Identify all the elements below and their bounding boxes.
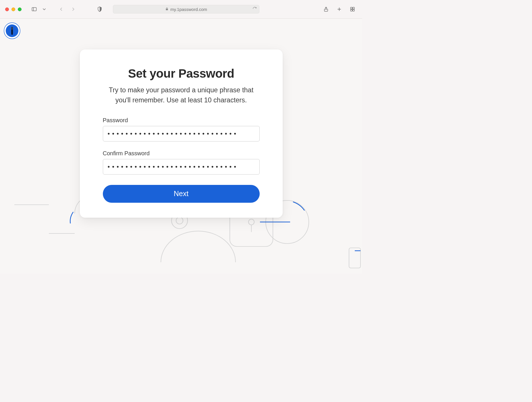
tab-group-dropdown[interactable] <box>42 5 47 14</box>
share-button[interactable] <box>321 5 331 14</box>
confirm-password-input[interactable] <box>103 159 260 175</box>
privacy-report-button[interactable] <box>95 5 104 14</box>
svg-rect-7 <box>350 9 352 11</box>
lock-icon <box>165 7 169 12</box>
forward-button[interactable] <box>69 5 78 14</box>
card-subtitle: Try to make your password a unique phras… <box>103 85 260 106</box>
page-content: Set your Password Try to make your passw… <box>0 19 362 274</box>
close-window-button[interactable] <box>5 7 9 11</box>
card-title: Set your Password <box>103 67 260 81</box>
onepassword-logo-icon <box>3 22 21 39</box>
url-text: my.1password.com <box>170 7 207 12</box>
window-controls <box>5 7 22 11</box>
confirm-password-label: Confirm Password <box>103 150 260 157</box>
confirm-password-field-group: Confirm Password <box>103 150 260 175</box>
svg-rect-21 <box>349 248 361 268</box>
address-bar[interactable]: my.1password.com <box>113 5 259 14</box>
svg-rect-6 <box>353 7 354 9</box>
password-input[interactable] <box>103 126 260 141</box>
sidebar-toggle-button[interactable] <box>30 5 39 14</box>
minimize-window-button[interactable] <box>11 7 15 11</box>
svg-rect-12 <box>11 27 13 30</box>
svg-rect-5 <box>350 7 352 9</box>
tab-overview-button[interactable] <box>348 5 357 14</box>
svg-point-16 <box>176 217 183 224</box>
svg-point-18 <box>248 219 254 225</box>
password-label: Password <box>103 117 260 124</box>
new-tab-button[interactable] <box>335 5 344 14</box>
back-button[interactable] <box>57 5 66 14</box>
svg-rect-8 <box>353 9 354 11</box>
svg-rect-0 <box>32 7 36 11</box>
reload-button[interactable] <box>252 7 257 12</box>
maximize-window-button[interactable] <box>18 7 22 11</box>
browser-toolbar: my.1password.com <box>0 0 362 19</box>
password-field-group: Password <box>103 117 260 141</box>
set-password-card: Set your Password Try to make your passw… <box>80 49 283 218</box>
next-button[interactable]: Next <box>103 185 260 203</box>
